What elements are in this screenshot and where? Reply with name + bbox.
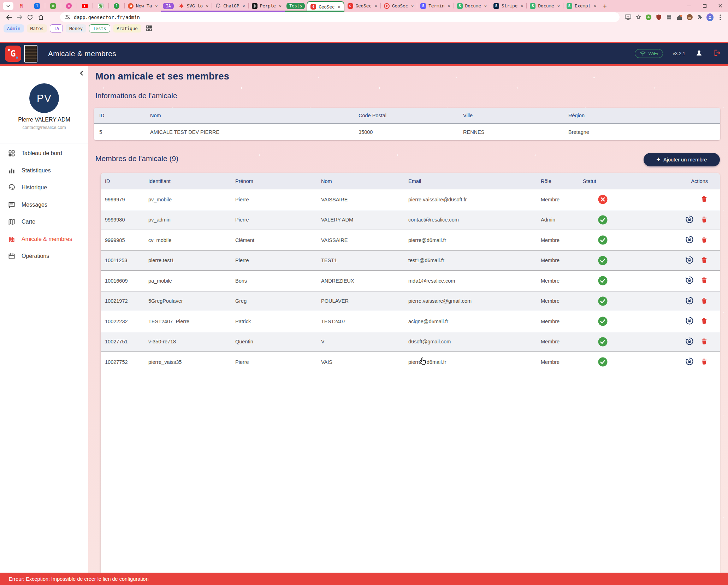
pinned-tab-gmail[interactable]: M	[13, 0, 29, 12]
reset-password-button[interactable]	[685, 276, 694, 286]
logout-button[interactable]	[713, 49, 721, 58]
reset-password-button[interactable]	[685, 316, 694, 326]
tab-docs-2[interactable]: S Docume ✕	[527, 0, 563, 12]
delete-member-button[interactable]	[700, 317, 708, 326]
pinned-tab-calendar[interactable]: 1	[29, 0, 45, 12]
close-icon[interactable]: ✕	[521, 4, 523, 8]
reset-password-button[interactable]	[685, 357, 694, 367]
sidebar-item-amicale-membres[interactable]: Amicale & membres	[0, 231, 88, 248]
pinned-tab-pink-app[interactable]	[61, 0, 77, 12]
member-nom: VALERY ADM	[317, 217, 404, 223]
reset-password-button[interactable]	[685, 296, 694, 306]
back-button[interactable]	[4, 12, 14, 22]
tab-label: GeoSec	[356, 3, 372, 8]
install-app-button[interactable]	[625, 14, 632, 21]
tab-perplexity[interactable]: Perple ✕	[249, 0, 285, 12]
tab-chatgpt[interactable]: ChatGP ✕	[212, 0, 248, 12]
reset-password-button[interactable]	[685, 337, 694, 347]
home-button[interactable]	[35, 12, 46, 22]
reload-button[interactable]	[25, 12, 35, 22]
bookmark-tests[interactable]: Tests	[89, 24, 110, 32]
red-asterisk-icon	[179, 3, 184, 9]
close-icon[interactable]: ✕	[206, 4, 208, 8]
sidebar-item-operations[interactable]: Opérations	[0, 248, 88, 265]
profile-avatar[interactable]	[706, 14, 714, 21]
delete-member-button[interactable]	[700, 358, 708, 366]
reset-password-button[interactable]	[685, 215, 694, 225]
delete-member-button[interactable]	[700, 215, 708, 224]
delete-member-button[interactable]	[700, 297, 708, 306]
forward-button[interactable]	[14, 12, 25, 22]
browser-menu-button[interactable]	[717, 14, 724, 21]
tab-geosector-2[interactable]: G GeoSec ✕	[344, 0, 380, 12]
bookmark-money[interactable]: Money	[66, 24, 86, 32]
sidebar-item-historique[interactable]: Historique	[0, 179, 88, 196]
bookmark-admin[interactable]: Admin	[4, 24, 24, 32]
close-window-button[interactable]	[712, 0, 728, 12]
close-icon[interactable]: ✕	[338, 4, 340, 9]
tab-new-tab[interactable]: New Ta ✕	[125, 0, 161, 12]
tab-geosector-3[interactable]: GeoSec ✕	[381, 0, 417, 12]
bookmark-matos[interactable]: Matos	[27, 24, 47, 32]
tab-svg-to[interactable]: SVG to ✕	[176, 0, 212, 12]
delete-member-button[interactable]	[700, 337, 708, 346]
bookmark-page-button[interactable]	[635, 14, 642, 21]
sidebar-item-tableau-de-bord[interactable]: Tableau de bord	[0, 145, 88, 162]
close-icon[interactable]: ✕	[155, 4, 158, 8]
extension-green-icon[interactable]	[645, 14, 652, 21]
close-icon[interactable]: ✕	[448, 4, 450, 8]
tab-stripe[interactable]: S Stripe ✕	[490, 0, 526, 12]
maximize-button[interactable]	[697, 0, 712, 12]
bookmarks-apps-button[interactable]	[146, 25, 152, 32]
pinned-tab-green-app[interactable]	[45, 0, 61, 12]
delete-member-button[interactable]	[700, 236, 708, 244]
bookmark-ia[interactable]: IA	[50, 24, 63, 32]
delete-member-button[interactable]	[700, 276, 708, 285]
tab-geosector-active[interactable]: G GeoSec ✕	[307, 1, 344, 12]
sidebar-collapse-button[interactable]	[79, 70, 83, 77]
mascot-extension-icon[interactable]	[686, 14, 693, 21]
tab-label: Stripe	[502, 3, 517, 8]
delete-member-button[interactable]	[700, 256, 708, 265]
reset-password-button[interactable]	[685, 255, 694, 266]
tab-example[interactable]: S Exempl ✕	[563, 0, 599, 12]
window-controls	[681, 0, 728, 12]
close-icon[interactable]: ✕	[242, 4, 245, 8]
close-icon[interactable]: ✕	[375, 4, 377, 8]
reset-password-button[interactable]	[685, 235, 694, 245]
tab-terminal[interactable]: S Termin ✕	[417, 0, 453, 12]
shield-extension-icon[interactable]	[655, 14, 662, 21]
geosector-icon: G	[348, 3, 353, 9]
tab-group-tests-pill[interactable]: Tests	[286, 3, 305, 9]
clover-extension-icon[interactable]	[665, 14, 673, 21]
tab-docs-1[interactable]: S Docume ✕	[454, 0, 490, 12]
close-icon[interactable]: ✕	[411, 4, 414, 8]
table-row: 10027751 v-350-re718 Quentin V d6soft@gm…	[101, 332, 720, 352]
tab-group-ia-pill[interactable]: IA	[163, 3, 173, 9]
wifi-label: WiFi	[649, 51, 658, 56]
tab-group-ia: IA SVG to ✕ ChatGP ✕ Perple ✕	[161, 0, 285, 12]
sidebar-item-statistiques[interactable]: Statistiques	[0, 162, 88, 179]
account-button[interactable]	[695, 49, 703, 58]
close-icon[interactable]: ✕	[484, 4, 487, 8]
new-tab-button[interactable]: +	[599, 1, 610, 11]
pinned-tab-maps-app[interactable]	[93, 0, 108, 12]
tab-search-button[interactable]	[3, 2, 13, 10]
bookmark-pratique[interactable]: Pratique	[113, 24, 141, 32]
close-icon[interactable]: ✕	[594, 4, 596, 8]
delete-member-button[interactable]	[700, 195, 708, 204]
pinned-tab-youtube[interactable]	[77, 0, 93, 12]
close-icon[interactable]: ✕	[557, 4, 560, 8]
address-bar[interactable]: dapp.geosector.fr/admin	[60, 12, 620, 22]
sidebar-item-carte[interactable]: Carte	[0, 213, 88, 231]
pinned-tab-green-badge[interactable]: 1	[109, 0, 124, 12]
sidebar-item-messages[interactable]: Messages	[0, 196, 88, 214]
status-ok-icon	[598, 215, 608, 225]
minimize-button[interactable]	[681, 0, 697, 12]
add-member-button[interactable]: + Ajouter un membre	[644, 153, 720, 166]
add-member-label: Ajouter un membre	[663, 157, 707, 162]
close-icon[interactable]: ✕	[279, 4, 282, 8]
url-text[interactable]: dapp.geosector.fr/admin	[74, 14, 140, 20]
extensions-menu-button[interactable]	[696, 14, 703, 21]
home-extension-icon[interactable]	[676, 14, 683, 21]
